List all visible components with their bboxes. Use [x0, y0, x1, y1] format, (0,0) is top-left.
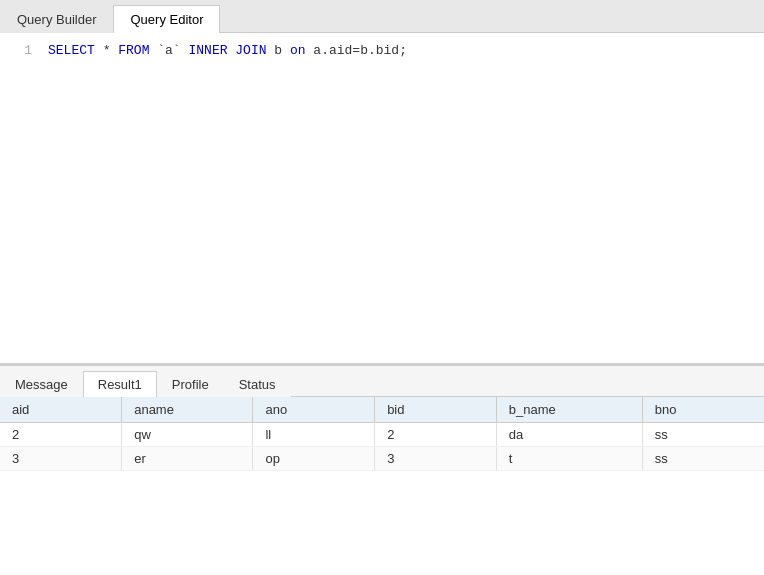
keyword-select: SELECT: [48, 43, 95, 58]
cell-b_name: da: [496, 423, 642, 447]
keyword-on: on: [290, 43, 306, 58]
col-header-b_name: b_name: [496, 397, 642, 423]
results-table: aid aname ano bid b_name bno 2qwll2dass3…: [0, 397, 764, 471]
col-header-ano: ano: [253, 397, 375, 423]
cell-aid: 3: [0, 447, 122, 471]
app-container: Query Builder Query Editor 1 SELECT * FR…: [0, 0, 764, 575]
cell-aid: 2: [0, 423, 122, 447]
col-header-bno: bno: [642, 397, 764, 423]
table-row: 3erop3tss: [0, 447, 764, 471]
cell-aname: qw: [122, 423, 253, 447]
bottom-tabs: Message Result1 Profile Status: [0, 366, 764, 397]
tab-profile[interactable]: Profile: [157, 371, 224, 397]
code-line-1: 1 SELECT * FROM `a` INNER JOIN b on a.ai…: [0, 41, 764, 62]
top-tabs: Query Builder Query Editor: [0, 0, 764, 33]
op-star: *: [103, 43, 119, 58]
keyword-inner-join: INNER JOIN: [188, 43, 266, 58]
table-row: 2qwll2dass: [0, 423, 764, 447]
bottom-panel: Message Result1 Profile Status aid aname…: [0, 365, 764, 575]
table-a: `a`: [157, 43, 188, 58]
tab-result1[interactable]: Result1: [83, 371, 157, 397]
line-number-1: 1: [8, 41, 32, 62]
results-area[interactable]: aid aname ano bid b_name bno 2qwll2dass3…: [0, 397, 764, 575]
code-content-1: SELECT * FROM `a` INNER JOIN b on a.aid=…: [48, 41, 407, 62]
table-b: b: [274, 43, 290, 58]
col-header-aid: aid: [0, 397, 122, 423]
tab-query-builder[interactable]: Query Builder: [0, 5, 113, 33]
tab-message[interactable]: Message: [0, 371, 83, 397]
cell-bno: ss: [642, 447, 764, 471]
cell-bid: 3: [375, 447, 497, 471]
tab-status[interactable]: Status: [224, 371, 291, 397]
col-header-bid: bid: [375, 397, 497, 423]
cell-bid: 2: [375, 423, 497, 447]
cell-bno: ss: [642, 423, 764, 447]
cell-ano: op: [253, 447, 375, 471]
tab-query-editor[interactable]: Query Editor: [113, 5, 220, 33]
editor-area[interactable]: 1 SELECT * FROM `a` INNER JOIN b on a.ai…: [0, 33, 764, 365]
join-condition: a.aid=b.bid;: [313, 43, 407, 58]
cell-ano: ll: [253, 423, 375, 447]
col-header-aname: aname: [122, 397, 253, 423]
keyword-from: FROM: [118, 43, 149, 58]
cell-aname: er: [122, 447, 253, 471]
cell-b_name: t: [496, 447, 642, 471]
table-header-row: aid aname ano bid b_name bno: [0, 397, 764, 423]
